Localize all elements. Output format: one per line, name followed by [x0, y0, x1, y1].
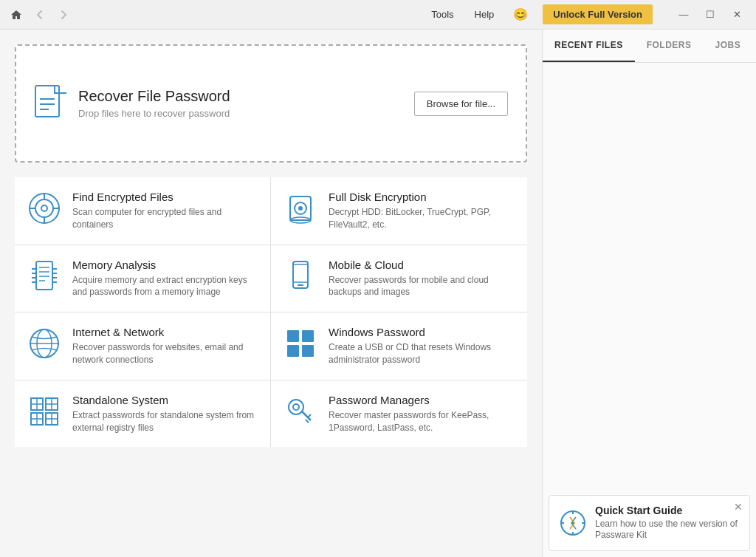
mobile-cloud-icon [283, 259, 318, 294]
feature-internet[interactable]: Internet & Network Recover passwords for… [15, 312, 271, 380]
feature-grid: Find Encrypted Files Scan computer for e… [15, 177, 527, 447]
drop-subtitle: Drop files here to recover password [78, 108, 414, 119]
emoji-button[interactable]: 😊 [510, 4, 531, 25]
content-area: Recover File Password Drop files here to… [0, 30, 542, 557]
svg-point-5 [35, 199, 53, 217]
feature-desc: Recover passwords for websites, email an… [72, 341, 258, 366]
tab-folders[interactable]: FOLDERS [635, 30, 704, 62]
feature-title: Full Disk Encryption [329, 191, 515, 203]
nav-controls [6, 4, 74, 25]
feature-text: Windows Password Create a USB or CD that… [329, 326, 515, 366]
svg-rect-38 [302, 345, 314, 357]
feature-standalone[interactable]: Standalone System Extract passwords for … [15, 380, 271, 448]
svg-rect-36 [302, 330, 314, 342]
feature-memory[interactable]: Memory Analysis Acquire memory and extra… [15, 245, 271, 313]
feature-password-managers[interactable]: Password Managers Recover master passwor… [271, 380, 527, 448]
tab-recent-files[interactable]: RECENT FILES [543, 30, 635, 62]
full-disk-icon [283, 191, 318, 226]
feature-text: Standalone System Extract passwords for … [72, 394, 258, 434]
tools-menu[interactable]: Tools [427, 6, 458, 23]
menu-bar: Tools Help 😊 Unlock Full Version — ☐ ✕ [427, 1, 750, 28]
svg-line-54 [308, 414, 311, 417]
find-encrypted-icon [27, 191, 62, 226]
main-layout: Recover File Password Drop files here to… [0, 30, 756, 557]
browse-button[interactable]: Browse for file... [414, 92, 508, 116]
unlock-button[interactable]: Unlock Full Version [543, 4, 653, 24]
feature-text: Mobile & Cloud Recover passwords for mob… [329, 259, 515, 299]
drop-text: Recover File Password Drop files here to… [78, 88, 414, 119]
quick-start-title: Quick Start Guide [595, 505, 739, 516]
feature-title: Standalone System [72, 394, 258, 406]
feature-desc: Create a USB or CD that resets Windows a… [329, 341, 515, 366]
minimize-button[interactable]: — [670, 1, 697, 28]
svg-rect-0 [35, 86, 59, 117]
feature-mobile-cloud[interactable]: Mobile & Cloud Recover passwords for mob… [271, 245, 527, 313]
feature-find-encrypted[interactable]: Find Encrypted Files Scan computer for e… [15, 177, 271, 245]
feature-title: Internet & Network [72, 326, 258, 338]
svg-point-51 [289, 400, 303, 414]
feature-text: Full Disk Encryption Decrypt HDD: BitLoc… [329, 191, 515, 231]
memory-icon [27, 259, 62, 294]
feature-text: Find Encrypted Files Scan computer for e… [72, 191, 258, 231]
feature-title: Mobile & Cloud [329, 259, 515, 271]
internet-icon [27, 326, 62, 361]
feature-title: Memory Analysis [72, 259, 258, 271]
password-managers-icon [283, 394, 318, 429]
standalone-icon [27, 394, 62, 429]
quick-start-guide: Quick Start Guide Learn how to use the n… [549, 495, 750, 551]
back-button[interactable] [30, 4, 50, 25]
feature-text: Memory Analysis Acquire memory and extra… [72, 259, 258, 299]
svg-point-52 [293, 404, 299, 410]
drop-zone[interactable]: Recover File Password Drop files here to… [15, 44, 527, 163]
sidebar-tabs: RECENT FILES FOLDERS JOBS [543, 30, 756, 63]
feature-title: Password Managers [329, 394, 515, 406]
drop-title: Recover File Password [78, 88, 414, 105]
tab-jobs[interactable]: JOBS [704, 30, 753, 62]
compass-icon [560, 510, 586, 536]
feature-desc: Recover master passwords for KeePass, 1P… [329, 409, 515, 434]
window-controls: — ☐ ✕ [670, 1, 750, 28]
feature-desc: Decrypt HDD: BitLocker, TrueCrypt, PGP, … [329, 206, 515, 231]
svg-point-14 [298, 206, 303, 211]
forward-button[interactable] [53, 4, 74, 25]
sidebar-content [543, 63, 756, 489]
quick-start-desc: Learn how to use the new version of Pass… [595, 519, 739, 541]
svg-rect-37 [287, 345, 299, 357]
svg-rect-15 [36, 262, 52, 290]
svg-rect-35 [287, 330, 299, 342]
sidebar: RECENT FILES FOLDERS JOBS Q [542, 30, 756, 557]
svg-point-6 [41, 205, 47, 211]
feature-desc: Scan computer for encrypted files and co… [72, 206, 258, 231]
feature-text: Password Managers Recover master passwor… [329, 394, 515, 434]
svg-rect-28 [293, 262, 308, 288]
quick-start-text: Quick Start Guide Learn how to use the n… [595, 505, 739, 541]
feature-title: Windows Password [329, 326, 515, 338]
feature-text: Internet & Network Recover passwords for… [72, 326, 258, 366]
windows-icon [283, 326, 318, 361]
feature-full-disk[interactable]: Full Disk Encryption Decrypt HDD: BitLoc… [271, 177, 527, 245]
file-icon [34, 84, 66, 123]
feature-title: Find Encrypted Files [72, 191, 258, 203]
feature-desc: Acquire memory and extract encryption ke… [72, 274, 258, 299]
maximize-button[interactable]: ☐ [697, 1, 724, 28]
quick-start-close-button[interactable]: ✕ [732, 500, 745, 513]
feature-desc: Extract passwords for standalone system … [72, 409, 258, 434]
svg-line-55 [306, 420, 309, 423]
feature-desc: Recover passwords for mobile and cloud b… [329, 274, 515, 299]
close-button[interactable]: ✕ [724, 1, 750, 28]
home-button[interactable] [6, 4, 27, 25]
feature-windows-password[interactable]: Windows Password Create a USB or CD that… [271, 312, 527, 380]
help-menu[interactable]: Help [470, 6, 499, 23]
title-bar: Tools Help 😊 Unlock Full Version — ☐ ✕ [0, 0, 756, 30]
